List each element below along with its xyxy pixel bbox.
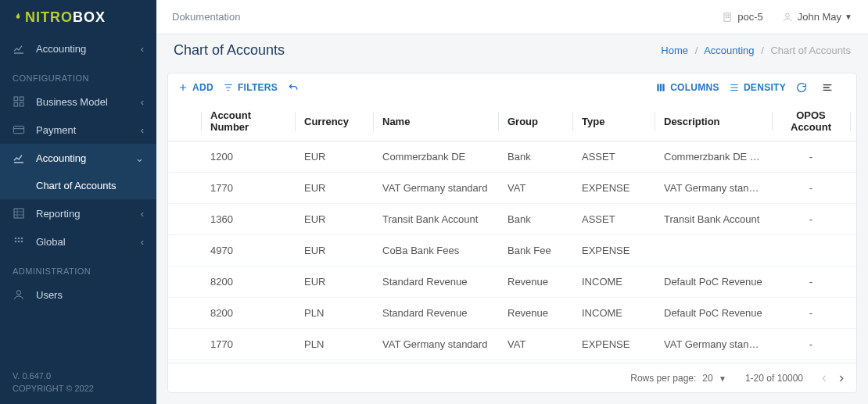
rows-per-page-label: Rows per page: <box>630 373 696 384</box>
chevron-left-icon: ‹ <box>141 236 144 248</box>
user-name: John May <box>798 11 841 23</box>
cell-currency: PLN <box>295 298 373 329</box>
sidebar-item-reporting[interactable]: Reporting ‹ <box>0 199 156 227</box>
undo-icon <box>287 81 299 94</box>
cell-opos: - <box>772 141 850 173</box>
sidebar-item-users[interactable]: Users <box>0 281 156 309</box>
table-toolbar: ADD FILTERS COLUMNS DENSITY <box>168 73 856 102</box>
svg-point-10 <box>15 238 17 240</box>
cell-opos <box>772 235 850 266</box>
filter-icon <box>223 82 234 93</box>
refresh-icon <box>795 81 808 94</box>
sidebar-item-payment[interactable]: Payment ‹ <box>0 116 156 144</box>
svg-point-14 <box>18 241 20 243</box>
sidebar-item-chart-of-accounts[interactable]: Chart of Accounts <box>0 172 156 199</box>
table-row[interactable]: 4970EURCoBa Bank FeesBank FeeEXPENSE <box>168 235 856 266</box>
sidebar-item-label: Accounting <box>36 152 86 164</box>
next-page-button[interactable]: › <box>839 370 844 386</box>
grid-icon <box>13 95 27 108</box>
user-icon <box>782 12 793 23</box>
chevron-left-icon: ‹ <box>141 124 144 136</box>
logo-flame-icon <box>13 12 23 23</box>
breadcrumb-accounting[interactable]: Accounting <box>704 45 754 56</box>
svg-rect-4 <box>13 126 23 133</box>
cell-group: VAT <box>498 329 572 360</box>
density-icon <box>729 82 740 93</box>
table-row[interactable]: 1770PLNVAT Germany standardVATEXPENSEVAT… <box>168 329 856 360</box>
svg-rect-2 <box>14 102 18 106</box>
svg-point-12 <box>21 238 23 240</box>
svg-rect-17 <box>724 13 730 21</box>
col-group[interactable]: Group <box>498 102 572 141</box>
col-type[interactable]: Type <box>572 102 655 141</box>
cell-opos: - <box>772 298 850 329</box>
cell-group: VAT <box>498 173 572 204</box>
col-name[interactable]: Name <box>373 102 498 141</box>
chevron-left-icon: ‹ <box>141 43 144 55</box>
cell-account-number: 1770 <box>201 329 295 360</box>
add-button[interactable]: ADD <box>178 82 213 93</box>
apps-icon <box>13 235 27 248</box>
col-currency[interactable]: Currency <box>295 102 373 141</box>
breadcrumb-home[interactable]: Home <box>661 45 688 56</box>
col-account-number[interactable]: Account Number <box>201 102 295 141</box>
more-button[interactable] <box>821 81 838 94</box>
table-row[interactable]: 8200EURStandard RevenueRevenueINCOMEDefa… <box>168 266 856 298</box>
sidebar-item-accounting[interactable]: Accounting ⌄ <box>0 144 156 172</box>
columns-icon <box>655 82 666 93</box>
cell-type: EXPENSE <box>572 329 655 360</box>
cell-description <box>655 235 772 266</box>
sidebar: NITROBOX Accounting ‹ CONFIGURATION Busi… <box>0 0 156 404</box>
sidebar-group-configuration: CONFIGURATION <box>0 63 156 88</box>
spreadsheet-icon <box>13 207 27 220</box>
sidebar-item-global[interactable]: Global ‹ <box>0 227 156 256</box>
columns-button[interactable]: COLUMNS <box>655 82 719 93</box>
svg-rect-21 <box>728 16 730 18</box>
cell-name: VAT Germany standard <box>373 329 498 360</box>
svg-rect-18 <box>726 14 727 16</box>
sidebar-item-label: Business Model <box>36 96 108 108</box>
refresh-button[interactable] <box>795 81 812 94</box>
cell-type: EXPENSE <box>572 173 655 204</box>
table-row[interactable]: 1770EURVAT Germany standardVATEXPENSEVAT… <box>168 173 856 204</box>
cell-currency: PLN <box>295 329 373 360</box>
documentation-link[interactable]: Dokumentation <box>172 11 240 23</box>
logo[interactable]: NITROBOX <box>0 0 156 34</box>
cell-group: Bank <box>498 141 572 173</box>
sidebar-item-label: Global <box>36 236 66 248</box>
table-row[interactable]: 8200PLNStandard RevenueRevenueINCOMEDefa… <box>168 298 856 329</box>
svg-rect-19 <box>728 14 730 16</box>
tenant-selector[interactable]: poc-5 <box>722 11 763 23</box>
cell-account-number: 1360 <box>201 204 295 235</box>
cell-opos: - <box>772 329 850 360</box>
cell-name: Standard Revenue <box>373 298 498 329</box>
cell-description: VAT Germany standard <box>655 173 772 204</box>
cell-account-number: 1770 <box>201 173 295 204</box>
undo-button[interactable] <box>287 81 303 94</box>
col-description[interactable]: Description <box>655 102 772 141</box>
sidebar-item-business-model[interactable]: Business Model ‹ <box>0 88 156 116</box>
table-row[interactable]: 1360EURTransit Bank AccountBankASSETTran… <box>168 204 856 235</box>
cell-name: Standard Revenue <box>373 266 498 298</box>
rows-per-page-select[interactable]: 20 ▼ <box>702 373 726 384</box>
chart-line-icon <box>13 42 27 55</box>
prev-page-button[interactable]: ‹ <box>822 370 827 386</box>
cell-account-number: 4970 <box>201 235 295 266</box>
svg-rect-6 <box>14 209 23 218</box>
cell-description: Default PoC Revenue <box>655 266 772 298</box>
user-menu[interactable]: John May ▼ <box>782 11 852 23</box>
cell-type: INCOME <box>572 266 655 298</box>
filters-button[interactable]: FILTERS <box>223 82 278 93</box>
col-opos[interactable]: OPOS Account <box>772 102 850 141</box>
caret-down-icon: ▼ <box>719 374 726 383</box>
sidebar-item-label: Chart of Accounts <box>36 180 117 191</box>
density-button[interactable]: DENSITY <box>729 82 786 93</box>
sidebar-item-accounting-top[interactable]: Accounting ‹ <box>0 34 156 63</box>
table-row[interactable]: 1200EURCommerzbank DEBankASSETCommerzban… <box>168 141 856 173</box>
sidebar-item-label: Reporting <box>36 208 80 220</box>
cell-currency: EUR <box>295 204 373 235</box>
svg-point-11 <box>18 238 20 240</box>
chart-line-icon <box>13 152 27 164</box>
cell-group: Bank Fee <box>498 235 572 266</box>
version-text: V. 0.647.0 <box>13 371 144 381</box>
